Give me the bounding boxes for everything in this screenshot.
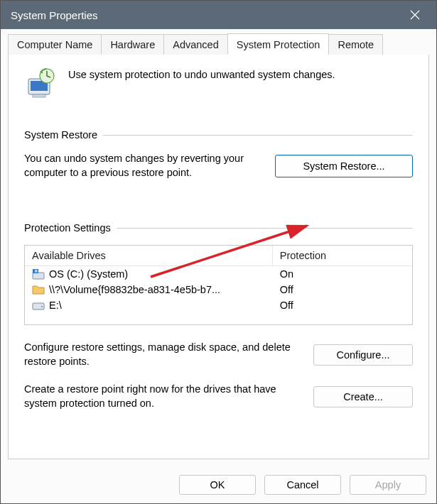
system-restore-group: System Restore You can undo system chang…	[24, 129, 413, 180]
svg-point-15	[41, 306, 43, 307]
intro-text: Use system protection to undo unwanted s…	[68, 67, 335, 80]
drive-icon	[32, 300, 45, 311]
tab-computer-name[interactable]: Computer Name	[8, 34, 102, 55]
drives-header-row: Available Drives Protection	[25, 246, 412, 266]
divider	[103, 135, 413, 136]
restore-row: You can undo system changes by reverting…	[24, 152, 413, 180]
system-protection-icon	[24, 67, 57, 102]
configure-button[interactable]: Configure...	[313, 344, 413, 366]
tab-strip: Computer Name Hardware Advanced System P…	[8, 33, 429, 55]
protection-settings-group: Protection Settings Available Drives Pro…	[24, 222, 413, 410]
svg-rect-12	[35, 271, 36, 273]
tab-hardware[interactable]: Hardware	[101, 34, 164, 55]
svg-rect-10	[35, 270, 36, 271]
svg-rect-11	[36, 270, 38, 271]
group-header-restore: System Restore	[24, 129, 413, 141]
tab-remote[interactable]: Remote	[328, 34, 383, 55]
create-row: Create a restore point right now for the…	[24, 383, 413, 410]
create-desc: Create a restore point right now for the…	[24, 383, 302, 410]
tab-system-protection[interactable]: System Protection	[227, 33, 330, 55]
tab-panel: Use system protection to undo unwanted s…	[8, 55, 429, 459]
svg-rect-4	[33, 94, 45, 97]
drives-table: Available Drives Protection OS (C:) (Sys…	[24, 245, 413, 325]
windows-drive-icon	[32, 268, 45, 280]
create-button[interactable]: Create...	[313, 386, 413, 407]
apply-button[interactable]: Apply	[350, 475, 426, 495]
titlebar: System Properties	[1, 1, 436, 29]
svg-rect-13	[36, 271, 38, 273]
drive-row[interactable]: OS (C:) (System) On	[25, 266, 412, 282]
drive-name: \\?\Volume{f98832be-a831-4e5b-b7...	[49, 284, 220, 295]
group-title-protection: Protection Settings	[24, 222, 111, 234]
cancel-button[interactable]: Cancel	[264, 475, 341, 495]
drive-name: OS (C:) (System)	[49, 268, 128, 280]
close-icon	[410, 10, 420, 20]
restore-desc: You can undo system changes by reverting…	[24, 152, 264, 180]
drive-name: E:\	[49, 300, 62, 311]
intro-row: Use system protection to undo unwanted s…	[24, 67, 413, 102]
col-header-protection[interactable]: Protection	[273, 246, 412, 265]
group-header-protection: Protection Settings	[24, 222, 413, 234]
system-properties-window: System Properties Computer Name Hardware…	[0, 0, 437, 504]
drive-row[interactable]: \\?\Volume{f98832be-a831-4e5b-b7... Off	[25, 282, 412, 297]
divider	[117, 228, 413, 229]
group-title-restore: System Restore	[24, 129, 97, 141]
dialog-buttons: OK Cancel Apply	[1, 466, 436, 503]
configure-row: Configure restore settings, manage disk …	[24, 341, 413, 368]
col-header-drives[interactable]: Available Drives	[25, 246, 273, 265]
folder-icon	[32, 284, 45, 295]
system-restore-button[interactable]: System Restore...	[275, 155, 413, 177]
tab-advanced[interactable]: Advanced	[163, 34, 228, 55]
close-button[interactable]	[401, 1, 429, 29]
drive-protection: Off	[273, 297, 412, 313]
window-title: System Properties	[11, 9, 401, 21]
svg-rect-8	[33, 273, 44, 279]
drive-row[interactable]: E:\ Off	[25, 297, 412, 313]
content-area: Computer Name Hardware Advanced System P…	[1, 29, 436, 466]
drive-protection: Off	[273, 282, 412, 297]
ok-button[interactable]: OK	[179, 475, 256, 495]
drive-protection: On	[273, 266, 412, 282]
configure-desc: Configure restore settings, manage disk …	[24, 341, 302, 368]
